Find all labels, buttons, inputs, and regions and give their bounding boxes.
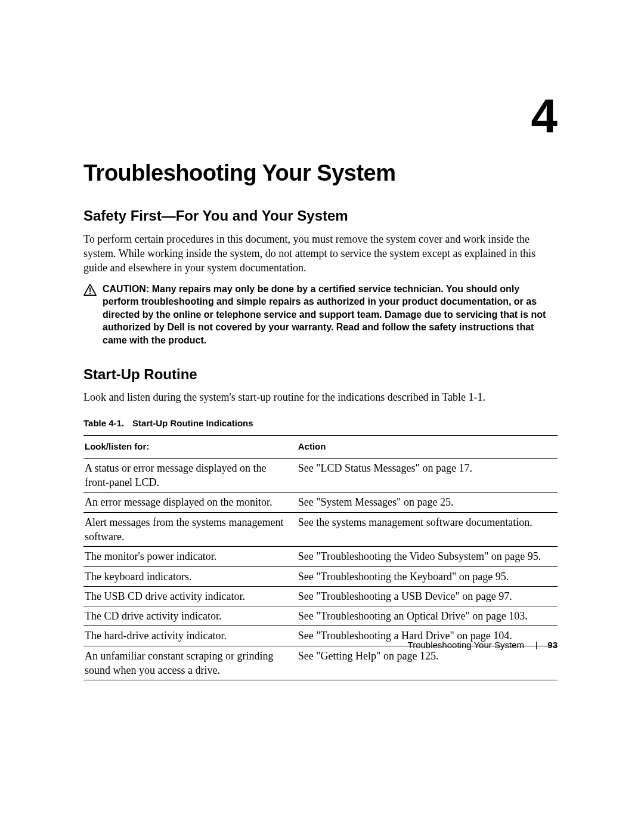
- caution-body: Many repairs may only be done by a certi…: [103, 284, 546, 345]
- cell-look: The hard-drive activity indicator.: [83, 626, 297, 646]
- header-look: Look/listen for:: [83, 436, 297, 458]
- cell-action: See the systems management software docu…: [297, 512, 558, 547]
- table-row: A status or error message displayed on t…: [83, 458, 558, 493]
- table-caption-prefix: Table 4-1.: [83, 418, 124, 428]
- caution-text: CAUTION: Many repairs may only be done b…: [103, 283, 558, 347]
- table-row: An error message displayed on the monito…: [83, 493, 558, 512]
- table-caption: Table 4-1.Start-Up Routine Indications: [83, 417, 558, 429]
- cell-look: An unfamiliar constant scraping or grind…: [83, 646, 297, 680]
- startup-body-text: Look and listen during the system's star…: [83, 390, 558, 404]
- table-row: Alert messages from the systems manageme…: [83, 512, 558, 547]
- footer-separator-icon: [536, 642, 537, 649]
- table-header-row: Look/listen for: Action: [83, 436, 558, 458]
- cell-look: The CD drive activity indicator.: [83, 606, 297, 626]
- svg-point-2: [89, 292, 91, 293]
- page-container: 4 Troubleshooting Your System Safety Fir…: [0, 0, 644, 833]
- page-footer: Troubleshooting Your System 93: [408, 639, 558, 651]
- cell-action: See "System Messages" on page 25.: [297, 493, 558, 512]
- footer-page-number: 93: [547, 640, 558, 650]
- cell-action: See "Troubleshooting an Optical Drive" o…: [297, 606, 558, 626]
- cell-look: The monitor's power indicator.: [83, 547, 297, 566]
- section-safety-title: Safety First—For You and Your System: [83, 206, 558, 225]
- footer-section-label: Troubleshooting Your System: [408, 640, 524, 650]
- cell-look: A status or error message displayed on t…: [83, 458, 297, 493]
- caution-label: CAUTION:: [103, 284, 149, 294]
- cell-look: The keyboard indicators.: [83, 566, 297, 586]
- cell-action: See "LCD Status Messages" on page 17.: [297, 458, 558, 493]
- chapter-number: 4: [531, 92, 558, 140]
- table-row: The USB CD drive activity indicator. See…: [83, 586, 558, 606]
- table-row: The monitor's power indicator. See "Trou…: [83, 547, 558, 566]
- safety-body-text: To perform certain procedures in this do…: [83, 232, 558, 275]
- cell-look: Alert messages from the systems manageme…: [83, 512, 297, 547]
- chapter-title: Troubleshooting Your System: [83, 158, 558, 188]
- caution-triangle-icon: [83, 284, 97, 296]
- table-row: The keyboard indicators. See "Troublesho…: [83, 566, 558, 586]
- table-row: The CD drive activity indicator. See "Tr…: [83, 606, 558, 626]
- cell-action: See "Troubleshooting the Video Subsystem…: [297, 547, 558, 566]
- cell-action: See "Troubleshooting the Keyboard" on pa…: [297, 566, 558, 586]
- section-startup-title: Start-Up Routine: [83, 365, 558, 384]
- cell-action: See "Troubleshooting a USB Device" on pa…: [297, 586, 558, 606]
- table-caption-title: Start-Up Routine Indications: [132, 418, 253, 428]
- caution-block: CAUTION: Many repairs may only be done b…: [83, 283, 558, 347]
- cell-look: The USB CD drive activity indicator.: [83, 586, 297, 606]
- cell-look: An error message displayed on the monito…: [83, 493, 297, 512]
- header-action: Action: [297, 436, 558, 458]
